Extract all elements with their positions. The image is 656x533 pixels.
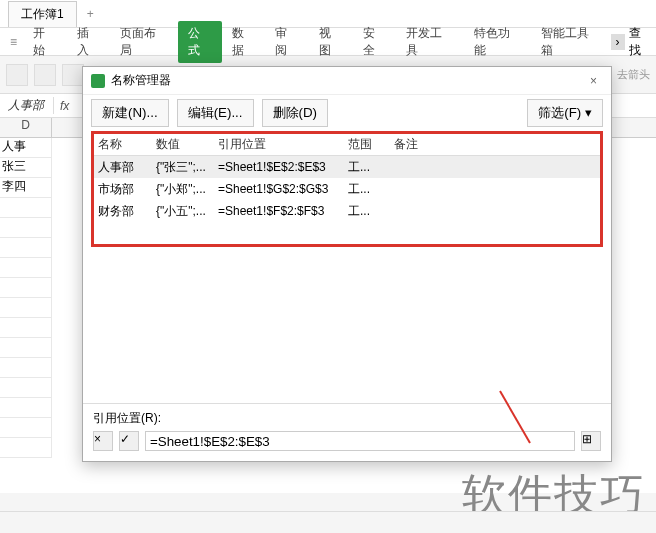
- ribbon-tab-formula[interactable]: 公式: [178, 21, 222, 63]
- table-row[interactable]: 财务部 {"小五";... =Sheet1!$F$2:$F$3 工...: [94, 200, 600, 222]
- cell-scope: 工...: [348, 181, 394, 198]
- ribbon: ≡ 开始 插入 页面布局 公式 数据 审阅 视图 安全 开发工具 特色功能 智能…: [0, 28, 656, 56]
- delete-button[interactable]: 删除(D): [262, 99, 329, 127]
- cell-ref: =Sheet1!$E$2:$E$3: [218, 160, 348, 174]
- cell-name: 市场部: [98, 181, 156, 198]
- cell-value: {"小郑";...: [156, 181, 218, 198]
- cell[interactable]: [0, 318, 52, 338]
- cell-value: {"小五";...: [156, 203, 218, 220]
- cell[interactable]: 李四: [0, 178, 52, 198]
- faded-label: 去箭头: [617, 67, 650, 82]
- ribbon-tab-view[interactable]: 视图: [309, 21, 353, 63]
- cell-name: 人事部: [98, 159, 156, 176]
- cell[interactable]: 人事: [0, 138, 52, 158]
- ribbon-tab-features[interactable]: 特色功能: [464, 21, 531, 63]
- ribbon-tab-security[interactable]: 安全: [353, 21, 397, 63]
- reference-label: 引用位置(R):: [93, 410, 601, 427]
- cell-value: {"张三";...: [156, 159, 218, 176]
- app-icon: [91, 74, 105, 88]
- ribbon-tab-devtools[interactable]: 开发工具: [396, 21, 463, 63]
- cell[interactable]: [0, 398, 52, 418]
- cell[interactable]: [0, 298, 52, 318]
- status-bar: [0, 511, 656, 533]
- cell-scope: 工...: [348, 159, 394, 176]
- names-table-highlight: 名称 数值 引用位置 范围 备注 人事部 {"张三";... =Sheet1!$…: [91, 131, 603, 247]
- dialog-toolbar: 新建(N)... 编辑(E)... 删除(D) 筛选(F) ▾: [83, 95, 611, 131]
- ribbon-tab-home[interactable]: 开始: [23, 21, 67, 63]
- col-value[interactable]: 数值: [156, 136, 218, 153]
- cell[interactable]: [0, 218, 52, 238]
- name-box[interactable]: 人事部: [4, 97, 54, 114]
- ribbon-tab-smartbox[interactable]: 智能工具箱: [531, 21, 610, 63]
- cell[interactable]: 张三: [0, 158, 52, 178]
- cell[interactable]: [0, 198, 52, 218]
- table-header: 名称 数值 引用位置 范围 备注: [94, 134, 600, 156]
- dialog-title: 名称管理器: [111, 72, 171, 89]
- col-ref[interactable]: 引用位置: [218, 136, 348, 153]
- column-header[interactable]: D: [0, 118, 52, 137]
- table-row[interactable]: 市场部 {"小郑";... =Sheet1!$G$2:$G$3 工...: [94, 178, 600, 200]
- chevron-right-icon[interactable]: ›: [611, 34, 625, 50]
- new-button[interactable]: 新建(N)...: [91, 99, 169, 127]
- cell[interactable]: [0, 338, 52, 358]
- cell-name: 财务部: [98, 203, 156, 220]
- ribbon-tab-data[interactable]: 数据: [222, 21, 266, 63]
- cell[interactable]: [0, 278, 52, 298]
- ref-confirm-button[interactable]: ✓: [119, 431, 139, 451]
- cell-scope: 工...: [348, 203, 394, 220]
- cell[interactable]: [0, 378, 52, 398]
- edit-button[interactable]: 编辑(E)...: [177, 99, 254, 127]
- menu-icon[interactable]: ≡: [4, 31, 23, 53]
- ribbon-tab-review[interactable]: 审阅: [265, 21, 309, 63]
- reference-section: 引用位置(R): × ✓ ⊞: [83, 403, 611, 461]
- cell-ref: =Sheet1!$F$2:$F$3: [218, 204, 348, 218]
- close-icon[interactable]: ×: [584, 72, 603, 90]
- table-row[interactable]: 人事部 {"张三";... =Sheet1!$E$2:$E$3 工...: [94, 156, 600, 178]
- cell[interactable]: [0, 438, 52, 458]
- fx-icon[interactable]: fx: [60, 99, 69, 113]
- col-scope[interactable]: 范围: [348, 136, 394, 153]
- ref-cancel-button[interactable]: ×: [93, 431, 113, 451]
- range-picker-icon[interactable]: ⊞: [581, 431, 601, 451]
- dialog-body: [83, 247, 611, 403]
- col-name[interactable]: 名称: [98, 136, 156, 153]
- name-manager-dialog: 名称管理器 × 新建(N)... 编辑(E)... 删除(D) 筛选(F) ▾ …: [82, 66, 612, 462]
- dialog-titlebar[interactable]: 名称管理器 ×: [83, 67, 611, 95]
- reference-input[interactable]: [145, 431, 575, 451]
- cell[interactable]: [0, 258, 52, 278]
- cell[interactable]: [0, 238, 52, 258]
- tool-icon[interactable]: [34, 64, 56, 86]
- cell-ref: =Sheet1!$G$2:$G$3: [218, 182, 348, 196]
- cell[interactable]: [0, 418, 52, 438]
- filter-button[interactable]: 筛选(F) ▾: [527, 99, 603, 127]
- ribbon-tab-insert[interactable]: 插入: [67, 21, 111, 63]
- ribbon-tab-pagelayout[interactable]: 页面布局: [110, 21, 177, 63]
- tool-icon[interactable]: [62, 64, 84, 86]
- cell[interactable]: [0, 358, 52, 378]
- col-note[interactable]: 备注: [394, 136, 444, 153]
- search-label[interactable]: 查找: [629, 25, 652, 59]
- tool-icon[interactable]: [6, 64, 28, 86]
